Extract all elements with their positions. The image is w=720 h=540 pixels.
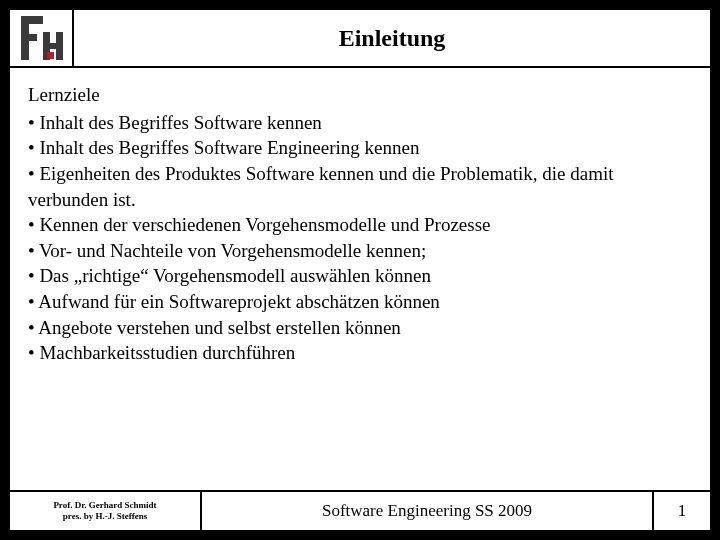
list-item: • Das „richtige“ Vorgehensmodell auswähl…: [28, 263, 692, 289]
slide-footer: Prof. Dr. Gerhard Schmidt pres. by H.-J.…: [8, 490, 712, 532]
list-item: • Eigenheiten des Produktes Software ken…: [28, 161, 692, 212]
logo-box: [10, 10, 74, 66]
footer-author: Prof. Dr. Gerhard Schmidt pres. by H.-J.…: [10, 492, 202, 530]
list-item: • Vor- und Nachteile von Vorgehensmodell…: [28, 238, 692, 264]
title-box: Einleitung: [74, 10, 710, 66]
list-item: • Inhalt des Begriffes Software Engineer…: [28, 135, 692, 161]
fh-logo-icon: [17, 14, 65, 62]
list-item: • Inhalt des Begriffes Software kennen: [28, 110, 692, 136]
slide-header: Einleitung: [8, 8, 712, 68]
author-line-1: Prof. Dr. Gerhard Schmidt: [53, 500, 156, 511]
slide-body: Lernziele • Inhalt des Begriffes Softwar…: [8, 68, 712, 490]
slide-title: Einleitung: [339, 25, 446, 52]
footer-course: Software Engineering SS 2009: [202, 492, 654, 530]
list-item: • Aufwand für ein Softwareprojekt abschä…: [28, 289, 692, 315]
list-item: • Kennen der verschiedenen Vorgehensmode…: [28, 212, 692, 238]
slide: Einleitung Lernziele • Inhalt des Begrif…: [8, 8, 712, 532]
author-line-2: pres. by H.-J. Steffens: [63, 511, 147, 522]
list-item: • Machbarkeitsstudien durchführen: [28, 340, 692, 366]
bullet-list: • Inhalt des Begriffes Software kennen •…: [28, 110, 692, 366]
subhead: Lernziele: [28, 82, 692, 108]
footer-page-number: 1: [654, 492, 710, 530]
list-item: • Angebote verstehen und selbst erstelle…: [28, 315, 692, 341]
